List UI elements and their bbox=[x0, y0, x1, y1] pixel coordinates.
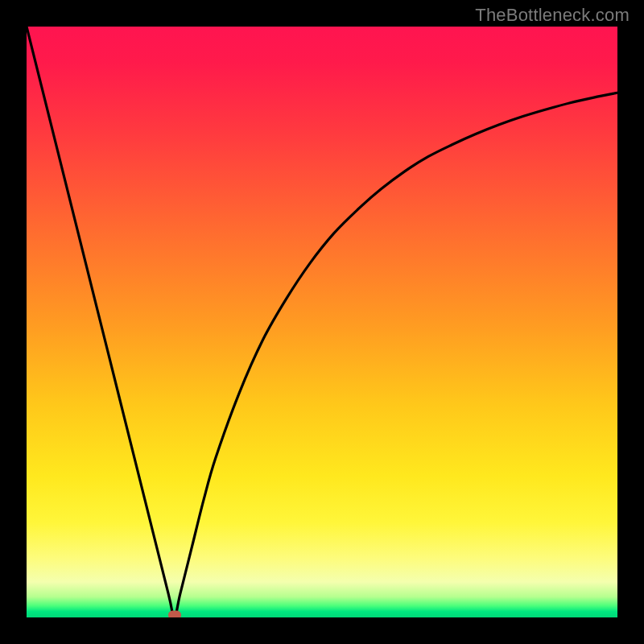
plot-area bbox=[27, 27, 617, 617]
watermark-text: TheBottleneck.com bbox=[475, 5, 630, 26]
bottleneck-curve bbox=[27, 27, 617, 617]
chart-frame: TheBottleneck.com bbox=[0, 0, 644, 644]
optimum-marker bbox=[168, 611, 181, 618]
